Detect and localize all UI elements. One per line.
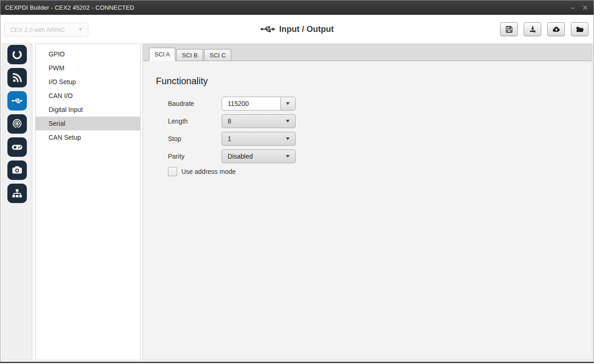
chevron-down-icon — [79, 28, 82, 31]
nav-item-pwm[interactable]: PWM — [36, 61, 140, 75]
baudrate-combobox[interactable]: 115200 — [222, 97, 296, 111]
nav-item-serial[interactable]: Serial — [36, 117, 140, 130]
gamepad-icon — [11, 141, 23, 153]
sidebar-item-broadcast[interactable] — [7, 114, 27, 134]
page-title-text: Input / Output — [279, 25, 334, 34]
sidebar-item-network[interactable] — [7, 184, 27, 203]
open-file-button[interactable] — [571, 22, 588, 36]
cloud-download-icon — [551, 25, 561, 34]
content-panel: SCI A SCI B SCI C Functionality Baudrate… — [142, 43, 593, 360]
usb-icon — [11, 95, 23, 107]
sidebar-item-gamepad[interactable] — [7, 137, 27, 157]
main-area: GPIO PWM I/O Setup CAN I/O Digital Input… — [0, 43, 594, 362]
use-address-mode-label: Use address mode — [181, 168, 236, 175]
functionality-form: Baudrate 115200 Length 8 — [168, 97, 592, 176]
tab-pane-sci-a: Functionality Baudrate 115200 Length — [143, 61, 592, 360]
section-title: Functionality — [156, 76, 592, 86]
length-label: Length — [168, 117, 222, 125]
use-address-mode-checkbox[interactable] — [168, 167, 177, 176]
camera-icon — [11, 164, 23, 176]
nav-item-io-setup[interactable]: I/O Setup — [36, 75, 140, 89]
sidebar-item-camera[interactable] — [7, 160, 27, 180]
save-button[interactable] — [500, 22, 518, 36]
tab-sci-a[interactable]: SCI A — [149, 48, 175, 61]
parity-label: Parity — [168, 153, 222, 160]
network-icon — [11, 187, 23, 199]
chevron-down-icon — [286, 155, 290, 158]
folder-open-icon — [575, 25, 585, 34]
toolbar: CEX 2.0 with ARINC Input / Output — [0, 15, 594, 43]
chevron-down-icon — [286, 102, 290, 105]
chevron-down-icon — [286, 137, 290, 140]
address-mode-row: Use address mode — [168, 167, 592, 176]
stop-label: Stop — [168, 135, 222, 142]
form-row-parity: Parity Disabled — [168, 149, 592, 163]
power-icon — [11, 49, 23, 61]
tab-strip: SCI A SCI B SCI C — [143, 44, 592, 61]
tab-sci-b[interactable]: SCI B — [176, 49, 203, 61]
app-window: CEXPDI Builder - CEX2 45202 - CONNECTED … — [0, 0, 594, 363]
floppy-disk-icon — [505, 25, 514, 34]
baudrate-label: Baudrate — [168, 100, 222, 107]
sidebar-item-signal[interactable] — [7, 68, 27, 87]
usb-icon — [260, 25, 275, 34]
podcast-icon — [11, 118, 23, 130]
download-icon — [528, 25, 537, 34]
nav-item-digital-input[interactable]: Digital Input — [36, 103, 140, 117]
signal-icon — [11, 72, 23, 84]
window-controls: – ✕ — [571, 4, 588, 11]
nav-item-gpio[interactable]: GPIO — [36, 47, 140, 61]
device-selector-dropdown[interactable]: CEX 2.0 with ARINC — [4, 23, 88, 37]
window-title: CEXPDI Builder - CEX2 45202 - CONNECTED — [5, 4, 134, 11]
close-icon[interactable]: ✕ — [582, 4, 588, 11]
form-row-length: Length 8 — [168, 114, 592, 128]
parity-value: Disabled — [228, 153, 253, 160]
cloud-download-button[interactable] — [547, 22, 565, 36]
length-combobox[interactable]: 8 — [222, 114, 296, 128]
nav-item-can-io[interactable]: CAN I/O — [36, 89, 140, 103]
baudrate-dropdown-button[interactable] — [280, 97, 295, 110]
toolbar-buttons — [500, 22, 588, 36]
sidebar-item-input-output[interactable] — [7, 91, 27, 111]
title-bar: CEXPDI Builder - CEX2 45202 - CONNECTED … — [0, 0, 594, 15]
tab-sci-c[interactable]: SCI C — [204, 49, 231, 61]
minimize-icon[interactable]: – — [571, 4, 575, 11]
length-value: 8 — [228, 117, 231, 125]
form-row-baudrate: Baudrate 115200 — [168, 97, 592, 111]
nav-item-can-setup[interactable]: CAN Setup — [36, 130, 140, 144]
parity-combobox[interactable]: Disabled — [222, 149, 296, 163]
form-row-stop: Stop 1 — [168, 132, 592, 146]
nav-panel: GPIO PWM I/O Setup CAN I/O Digital Input… — [35, 43, 141, 360]
icon-sidebar — [2, 43, 32, 360]
stop-combobox[interactable]: 1 — [222, 132, 296, 146]
device-selector-value: CEX 2.0 with ARINC — [10, 26, 65, 33]
download-to-device-button[interactable] — [524, 22, 541, 36]
sidebar-item-power[interactable] — [7, 45, 27, 64]
stop-value: 1 — [228, 135, 231, 142]
chevron-down-icon — [286, 120, 290, 123]
baudrate-value: 115200 — [222, 100, 280, 107]
